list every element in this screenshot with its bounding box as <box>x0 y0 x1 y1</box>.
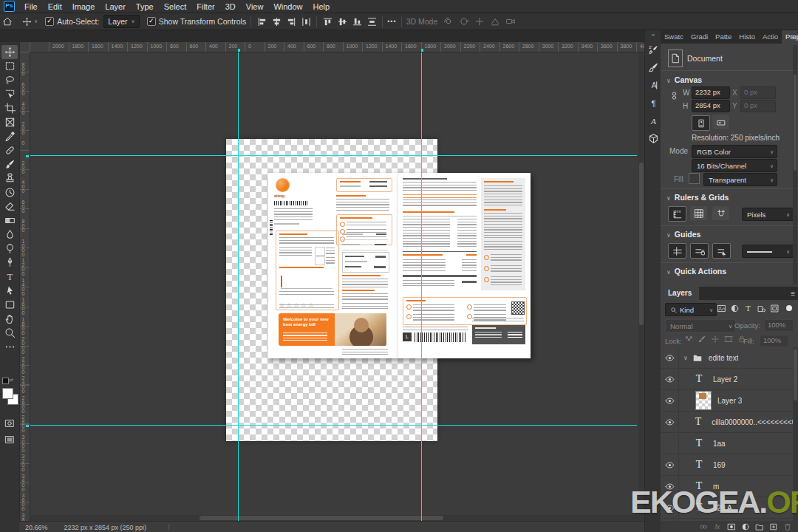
color-mode-dropdown[interactable]: RGB Color∨ <box>692 145 777 158</box>
guide-vertical-1[interactable] <box>238 52 239 521</box>
pen-tool[interactable] <box>1 256 18 270</box>
layer-visibility-eye-icon[interactable] <box>661 454 679 475</box>
color-swatches[interactable]: ⇄ <box>2 388 17 410</box>
glyphs-panel-button[interactable]: A <box>645 112 661 129</box>
vertical-scrollbar[interactable] <box>638 52 644 515</box>
object-selection-tool[interactable] <box>1 87 18 101</box>
layer-name[interactable]: cilla0000000..<<<<<<<<0 d <box>712 418 795 426</box>
3d-roll-button[interactable] <box>459 16 469 27</box>
quick-actions-section-header[interactable]: ∨Quick Actions <box>666 267 726 276</box>
brush-tool[interactable] <box>1 157 18 171</box>
3d-slide-button[interactable] <box>490 16 500 27</box>
type-filter-button[interactable]: T <box>743 304 753 313</box>
screen-mode-button[interactable] <box>1 432 18 446</box>
libraries-panel-button[interactable] <box>645 129 661 147</box>
canvas-section-header[interactable]: ∨Canvas <box>666 75 702 84</box>
new-layer-button[interactable] <box>769 522 778 531</box>
layer-name[interactable]: 169 <box>713 461 726 469</box>
layer-thumbnail[interactable] <box>695 391 712 410</box>
bit-depth-dropdown[interactable]: 16 Bits/Channel∨ <box>692 159 777 172</box>
y-field[interactable]: 0 px <box>740 100 776 112</box>
guide-vertical-2[interactable] <box>421 52 422 521</box>
menu-help[interactable]: Help <box>308 1 335 12</box>
adjustment-filter-button[interactable] <box>730 304 740 313</box>
vertical-ruler[interactable]: 8006004002000200400600800100012001400160… <box>19 52 30 521</box>
layer-visibility-empty[interactable] <box>661 433 679 454</box>
quick-mask-button[interactable] <box>1 416 18 430</box>
panel-collapse-icon[interactable]: « <box>645 30 661 41</box>
menu-select[interactable]: Select <box>159 1 192 12</box>
adjustment-layer-button[interactable] <box>741 522 750 531</box>
move-tool[interactable] <box>1 45 18 59</box>
lock-paint-button[interactable] <box>698 335 706 344</box>
frame-tool[interactable] <box>1 115 18 129</box>
clear-guides-button[interactable] <box>712 243 731 259</box>
lasso-tool[interactable] <box>1 73 18 87</box>
layer-row-group[interactable]: ∨edite text <box>661 347 795 369</box>
more-options-icon[interactable]: ••• <box>387 18 396 25</box>
menu-view[interactable]: View <box>241 1 269 12</box>
horizontal-scrollbar[interactable] <box>30 515 644 521</box>
toggle-guides-button[interactable] <box>668 243 686 259</box>
edit-toolbar-button[interactable] <box>1 340 18 354</box>
landscape-orientation-button[interactable] <box>712 115 729 129</box>
toggle-snap-button[interactable] <box>712 206 729 220</box>
menu-filter[interactable]: Filter <box>191 1 219 12</box>
menu-edit[interactable]: Edit <box>43 1 67 12</box>
status-chevron-icon[interactable]: 〉 <box>167 522 174 532</box>
units-dropdown[interactable]: Pixels∨ <box>742 208 794 221</box>
shape-filter-button[interactable] <box>757 304 766 313</box>
layer-row-5[interactable]: T169 <box>661 454 795 476</box>
align-center-h-button[interactable] <box>270 15 282 28</box>
dodge-tool[interactable] <box>1 242 18 256</box>
toggle-rulers-button[interactable] <box>668 206 686 222</box>
guide-horizontal-2[interactable] <box>30 425 637 426</box>
distribute-h-button[interactable] <box>300 15 312 28</box>
height-field[interactable]: 2854 px <box>692 100 730 112</box>
distribute-v-button[interactable] <box>366 15 378 28</box>
layer-visibility-eye-icon[interactable] <box>661 347 679 368</box>
layers-menu-icon[interactable]: ≡ <box>791 290 795 298</box>
panel-tab-actio[interactable]: Actio <box>759 30 782 44</box>
link-layers-button[interactable] <box>699 522 708 531</box>
auto-select-target-dropdown[interactable]: Layer∨ <box>103 15 139 28</box>
layers-tab[interactable]: Layers <box>661 287 699 302</box>
toggle-grid-button[interactable] <box>690 206 707 220</box>
layer-row-2[interactable]: Layer 3 <box>661 390 795 412</box>
panel-menu-icon[interactable]: ≡ <box>791 33 796 41</box>
swap-colors-icon[interactable]: ⇄ <box>9 378 13 383</box>
ruler-corner[interactable] <box>19 42 30 52</box>
eyedropper-tool[interactable] <box>1 129 18 143</box>
menu-image[interactable]: Image <box>67 1 100 12</box>
eraser-tool[interactable] <box>1 200 18 214</box>
auto-select-checkbox[interactable]: ✓ <box>45 17 54 26</box>
menu-3d[interactable]: 3D <box>220 1 241 12</box>
pixel-filter-button[interactable] <box>717 304 726 313</box>
menu-type[interactable]: Type <box>131 1 159 12</box>
gradient-tool[interactable] <box>1 214 18 228</box>
menu-layer[interactable]: Layer <box>100 1 131 12</box>
rectangular-marquee-tool[interactable] <box>1 59 18 73</box>
clone-stamp-tool[interactable] <box>1 171 18 185</box>
lock-guides-button[interactable] <box>690 243 709 259</box>
guide-color-dropdown[interactable]: ∨ <box>742 245 794 258</box>
portrait-orientation-button[interactable] <box>692 115 710 131</box>
layer-visibility-eye-icon[interactable] <box>661 412 679 432</box>
home-icon[interactable] <box>0 15 15 28</box>
guide-horizontal-1[interactable] <box>30 155 637 156</box>
layer-visibility-eye-icon[interactable] <box>661 390 679 411</box>
crop-tool[interactable] <box>1 101 18 115</box>
align-right-button[interactable] <box>285 15 297 28</box>
zoom-tool[interactable] <box>1 326 18 340</box>
foreground-color-swatch[interactable] <box>2 388 13 399</box>
add-mask-button[interactable] <box>727 522 736 531</box>
show-transform-checkbox[interactable]: ✓ <box>147 17 156 26</box>
hand-tool[interactable] <box>1 312 18 326</box>
layer-row-3[interactable]: Tcilla0000000..<<<<<<<<0 d <box>661 412 795 433</box>
lock-move-button[interactable] <box>711 335 720 344</box>
rectangle-tool[interactable] <box>1 298 18 312</box>
spot-healing-brush-tool[interactable] <box>1 143 18 157</box>
blur-tool[interactable] <box>1 228 18 242</box>
align-left-button[interactable] <box>256 15 267 28</box>
paragraph-panel-button[interactable]: ¶ <box>645 94 661 112</box>
